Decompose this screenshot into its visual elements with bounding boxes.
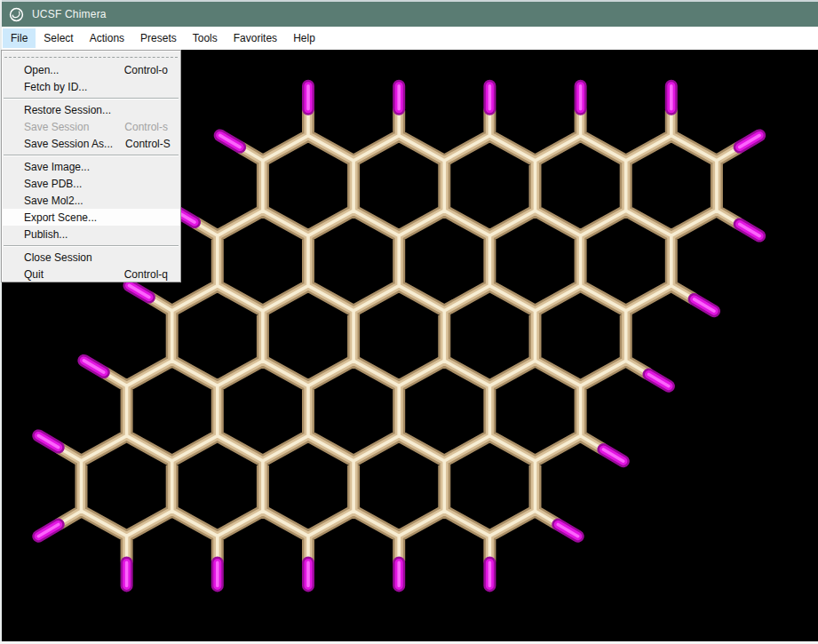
menu-item-save-session-as[interactable]: Save Session As... Control-S <box>2 135 180 152</box>
menu-item-save-pdb[interactable]: Save PDB... <box>2 175 180 192</box>
chimera-window: UCSF Chimera File Select Actions Presets… <box>0 0 818 644</box>
menu-item-save-image[interactable]: Save Image... <box>2 158 180 175</box>
menu-item-save-mol2[interactable]: Save Mol2... <box>2 192 180 209</box>
menu-actions[interactable]: Actions <box>82 28 132 48</box>
window-border-top <box>0 0 818 2</box>
menu-file[interactable]: File <box>3 28 36 48</box>
menu-item-save-session: Save Session Control-s <box>2 118 180 135</box>
menu-tools[interactable]: Tools <box>185 28 226 48</box>
shortcut-quit: Control-q <box>112 268 168 281</box>
shortcut-save-session-as: Control-S <box>113 138 171 150</box>
menu-tearoff-handle[interactable] <box>4 51 178 61</box>
shortcut-save-session: Control-s <box>112 121 168 133</box>
menu-favorites[interactable]: Favorites <box>226 28 285 48</box>
menu-item-export-scene[interactable]: Export Scene... <box>2 209 180 226</box>
menu-item-close-session[interactable]: Close Session <box>2 249 180 266</box>
menu-item-quit[interactable]: Quit Control-q <box>2 266 180 282</box>
title-bar[interactable]: UCSF Chimera <box>2 2 818 27</box>
window-title: UCSF Chimera <box>32 8 107 20</box>
file-menu-dropdown: Open... Control-o Fetch by ID... Restore… <box>1 50 181 282</box>
menu-separator <box>2 152 180 158</box>
menu-separator <box>2 95 180 101</box>
menu-item-publish[interactable]: Publish... <box>2 226 180 242</box>
menu-item-fetch-by-id[interactable]: Fetch by ID... <box>2 78 180 95</box>
menu-presets[interactable]: Presets <box>132 28 185 48</box>
menu-separator <box>2 242 180 249</box>
menu-help[interactable]: Help <box>285 28 323 48</box>
menu-item-restore-session[interactable]: Restore Session... <box>2 101 180 118</box>
menu-bar: File Select Actions Presets Tools Favori… <box>2 27 818 50</box>
menu-select[interactable]: Select <box>36 28 81 48</box>
menu-item-open[interactable]: Open... Control-o <box>2 61 180 78</box>
chimera-logo-icon <box>9 7 24 22</box>
shortcut-open: Control-o <box>112 64 168 76</box>
